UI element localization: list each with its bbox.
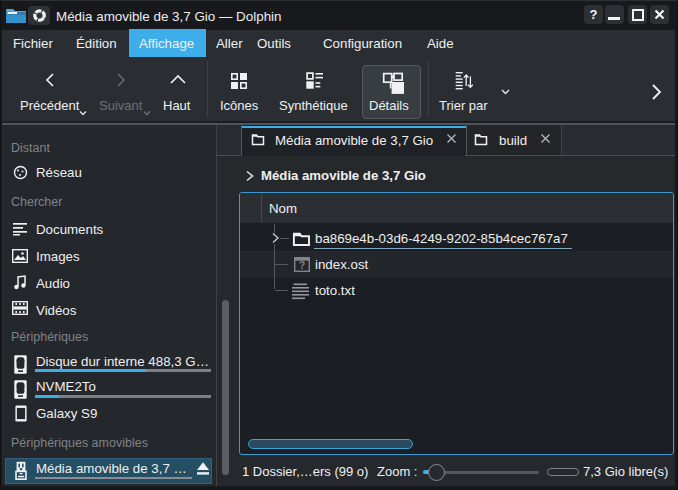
svg-text:?: ? [299,260,305,271]
